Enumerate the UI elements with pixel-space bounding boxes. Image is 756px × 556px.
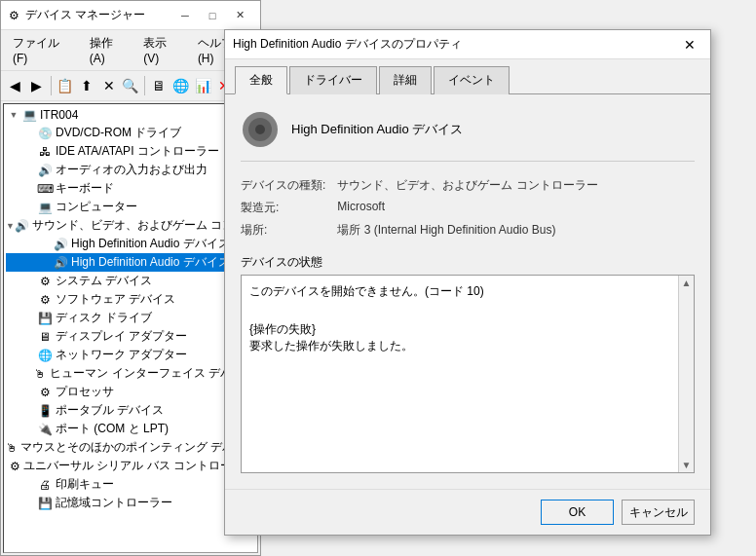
tree-item-label: ITR004 (40, 108, 78, 122)
status-detail-title: {操作の失敗} (249, 321, 674, 338)
tree-item-label: High Definition Audio デバイス (71, 254, 230, 271)
tree-item-label: キーボード (56, 180, 114, 197)
scrollbar[interactable]: ▲ ▼ (678, 276, 694, 472)
tab-bar: 全般 ドライバー 詳細 イベント (225, 59, 710, 94)
resources-button[interactable]: 📊 (193, 74, 212, 97)
tree-item-19[interactable]: ⚙ユニバーサル シリアル バス コントローラー (6, 457, 255, 475)
tree-item-icon: 💻 (21, 107, 37, 123)
scan-button[interactable]: 🔍 (121, 74, 140, 97)
tree-item-label: オーディオの入力および出力 (56, 162, 208, 178)
maximize-button[interactable]: □ (200, 6, 225, 25)
properties-dialog: High Definition Audio デバイスのプロパティ ✕ 全般 ドラ… (224, 29, 711, 536)
uninstall-button[interactable]: ✕ (98, 74, 118, 97)
toolbar-separator-2 (144, 76, 145, 95)
monitor-button[interactable]: 🖥 (149, 74, 169, 97)
menu-view[interactable]: 表示(V) (135, 32, 190, 68)
tree-item-4[interactable]: ⌨キーボード (6, 179, 255, 198)
prop-label-type: デバイスの種類: (241, 177, 325, 194)
prop-value-manufacturer: Microsoft (337, 200, 695, 216)
tree-expand-icon[interactable]: ▼ (6, 221, 15, 231)
ok-button[interactable]: OK (541, 500, 614, 525)
device-manager-icon: ⚙ (9, 9, 19, 22)
tree-item-11[interactable]: 💾ディスク ドライブ (6, 309, 255, 327)
close-button[interactable]: ✕ (227, 6, 252, 25)
tree-item-2[interactable]: 🖧IDE ATA/ATAPI コントローラー (6, 142, 255, 161)
tree-item-label: マウスとそのほかのポインティング デバイス (20, 439, 257, 456)
back-button[interactable]: ◀ (5, 74, 24, 97)
tree-item-5[interactable]: 💻コンピューター (6, 198, 255, 216)
device-manager-window: ⚙ デバイス マネージャー ─ □ ✕ ファイル(F) 操作(A) 表示(V) … (0, 0, 261, 556)
prop-label-location: 場所: (241, 222, 325, 239)
tree-item-label: プロセッサ (56, 384, 114, 400)
tab-details[interactable]: 詳細 (379, 66, 432, 94)
tree-item-label: コンピューター (56, 199, 137, 215)
tree-item-icon: 💻 (37, 200, 53, 215)
tree-item-7[interactable]: 🔊High Definition Audio デバイス (6, 235, 255, 253)
tree-item-icon: 🖱 (33, 366, 47, 382)
forward-button[interactable]: ▶ (26, 74, 46, 97)
update-driver-button[interactable]: ⬆ (77, 74, 96, 97)
dialog-close-button[interactable]: ✕ (677, 35, 702, 55)
device-icon (241, 110, 280, 149)
tree-item-icon: ⚙ (37, 274, 53, 289)
tree-item-15[interactable]: ⚙プロセッサ (6, 383, 255, 401)
dialog-titlebar: High Definition Audio デバイスのプロパティ ✕ (225, 30, 710, 59)
device-header: High Definition Audio デバイス (241, 110, 695, 162)
properties-button[interactable]: 📋 (56, 74, 75, 97)
tree-item-label: High Definition Audio デバイス (71, 236, 230, 252)
tree-item-icon: 💾 (37, 496, 53, 511)
tree-item-14[interactable]: 🖱ヒューマン インターフェイス デバイス (6, 364, 255, 383)
minimize-button[interactable]: ─ (172, 6, 198, 25)
tree-item-20[interactable]: 🖨印刷キュー (6, 475, 255, 494)
tree-item-10[interactable]: ⚙ソフトウェア デバイス (6, 290, 255, 309)
tree-item-icon: 🖥 (37, 329, 53, 345)
tab-general[interactable]: 全般 (235, 66, 287, 94)
device-tree[interactable]: ▼💻ITR004💿DVD/CD-ROM ドライブ🖧IDE ATA/ATAPI コ… (3, 103, 258, 553)
dialog-content: High Definition Audio デバイス デバイスの種類: サウンド… (225, 94, 710, 489)
tree-item-label: ポータブル デバイス (56, 402, 164, 419)
tree-item-6[interactable]: ▼🔊サウンド、ビデオ、およびゲーム コントローラー (6, 216, 255, 235)
tree-item-12[interactable]: 🖥ディスプレイ アダプター (6, 327, 255, 346)
tree-item-icon: 📱 (37, 403, 53, 419)
tree-item-18[interactable]: 🖱マウスとそのほかのポインティング デバイス (6, 438, 255, 457)
dialog-title: High Definition Audio デバイスのプロパティ (233, 36, 462, 53)
status-section: デバイスの状態 このデバイスを開始できません。(コード 10) {操作の失敗} … (241, 254, 695, 473)
tree-expand-icon[interactable]: ▼ (6, 110, 21, 120)
toolbar-separator-1 (51, 76, 52, 95)
tree-item-9[interactable]: ⚙システム デバイス (6, 272, 255, 290)
tree-item-8[interactable]: 🔊High Definition Audio デバイス (6, 253, 255, 272)
scroll-down-arrow[interactable]: ▼ (682, 460, 692, 470)
tree-item-16[interactable]: 📱ポータブル デバイス (6, 401, 255, 420)
prop-value-location: 場所 3 (Internal High Definition Audio Bus… (337, 222, 695, 239)
tree-item-label: ポート (COM と LPT) (56, 421, 169, 437)
scroll-up-arrow[interactable]: ▲ (682, 278, 692, 288)
titlebar-left: ⚙ デバイス マネージャー (9, 7, 145, 23)
device-manager-titlebar: ⚙ デバイス マネージャー ─ □ ✕ (1, 1, 260, 30)
device-manager-title: デバイス マネージャー (25, 7, 145, 23)
status-box[interactable]: このデバイスを開始できません。(コード 10) {操作の失敗} 要求した操作が失… (241, 275, 695, 473)
status-error-text: このデバイスを開始できません。(コード 10) (249, 283, 674, 300)
tree-item-label: システム デバイス (56, 273, 152, 289)
tree-item-3[interactable]: 🔊オーディオの入力および出力 (6, 161, 255, 179)
tree-item-icon: 🔊 (53, 237, 68, 252)
tab-driver[interactable]: ドライバー (289, 66, 377, 94)
tree-item-17[interactable]: 🔌ポート (COM と LPT) (6, 420, 255, 438)
device-name-label: High Definition Audio デバイス (291, 121, 463, 138)
tree-item-1[interactable]: 💿DVD/CD-ROM ドライブ (6, 124, 255, 142)
tree-item-13[interactable]: 🌐ネットワーク アダプター (6, 346, 255, 364)
tree-item-label: ディスク ドライブ (56, 310, 152, 326)
tab-events[interactable]: イベント (434, 66, 510, 94)
tree-item-icon: 🖱 (6, 440, 18, 456)
menu-file[interactable]: ファイル(F) (5, 32, 82, 68)
prop-label-manufacturer: 製造元: (241, 200, 325, 216)
menubar: ファイル(F) 操作(A) 表示(V) ヘルプ(H) (1, 30, 260, 71)
network-button[interactable]: 🌐 (170, 74, 190, 97)
prop-value-type: サウンド、ビデオ、およびゲーム コントローラー (337, 177, 695, 194)
tree-item-0[interactable]: ▼💻ITR004 (6, 106, 255, 124)
tree-item-icon: 🔌 (37, 422, 53, 437)
menu-action[interactable]: 操作(A) (82, 32, 136, 68)
tree-item-icon: 🖧 (37, 144, 53, 160)
tree-item-icon: 🔊 (37, 163, 53, 178)
tree-item-21[interactable]: 💾記憶域コントローラー (6, 494, 255, 512)
cancel-button[interactable]: キャンセル (622, 500, 695, 525)
